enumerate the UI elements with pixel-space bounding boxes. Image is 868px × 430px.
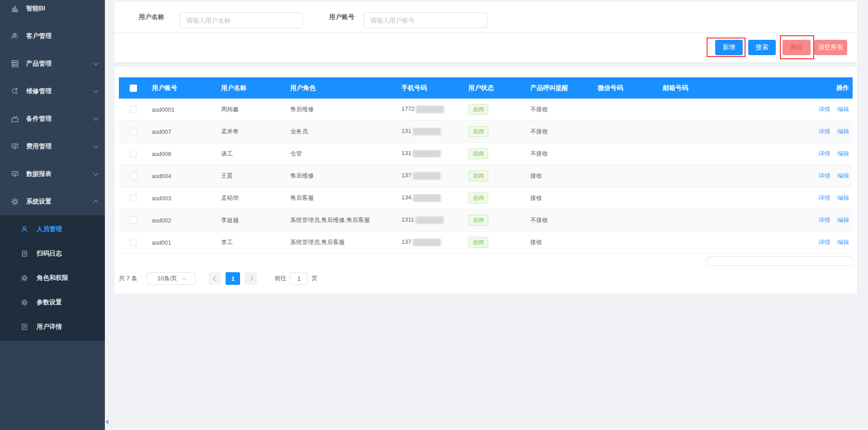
sidebar-subitem-label: 角色和权限 — [37, 274, 68, 282]
row-checkbox[interactable] — [130, 239, 137, 246]
delete-button[interactable]: 删除 — [783, 40, 811, 55]
sidebar-subitem[interactable]: 扫码日志 — [0, 241, 105, 266]
cell-name: 谈工 — [217, 150, 286, 158]
chevron-icon — [93, 88, 98, 93]
sidebar-item[interactable]: 客户管理 — [0, 22, 105, 50]
cell-name: 李超越 — [217, 216, 286, 224]
status-badge: 启用 — [468, 126, 488, 137]
cell-name: 王晨 — [217, 172, 286, 180]
detail-link[interactable]: 详情 — [818, 194, 830, 201]
search-button[interactable]: 搜索 — [748, 40, 776, 55]
row-checkbox[interactable] — [130, 217, 137, 224]
redacted-phone — [413, 172, 441, 180]
products-icon — [10, 59, 19, 68]
cell-role: 仓管 — [286, 150, 397, 158]
sidebar-subitem[interactable]: 参数设置 — [0, 290, 105, 315]
sidebar: 智能BI 客户管理 产品管理 维修管理 — [0, 0, 105, 430]
pagination: 共 7 条 10条/页 1 前往 页 — [119, 272, 317, 285]
sidebar-subitem[interactable]: 用户详情 — [0, 315, 105, 339]
cell-call-notify: 接收 — [526, 194, 593, 202]
cell-call-notify: 不接收 — [526, 216, 593, 224]
journal-icon — [20, 250, 28, 258]
scroll-left-arrow-icon[interactable] — [105, 420, 108, 424]
cell-status: 启用 — [464, 215, 526, 226]
sidebar-subitem-label: 扫码日志 — [37, 250, 62, 258]
table-row: asd007 孟米奇 业务员 131 启用 不接收 详情 编辑 — [119, 121, 853, 143]
sidebar-subitem-label: 人员管理 — [37, 225, 62, 233]
cell-role: 业务员 — [286, 128, 397, 136]
sidebar-item[interactable]: 数据报表 — [0, 160, 105, 188]
detail-link[interactable]: 详情 — [818, 239, 830, 246]
redacted-phone — [413, 238, 441, 246]
sidebar-item-label: 维修管理 — [26, 87, 52, 95]
prev-page-button[interactable] — [208, 272, 221, 285]
row-checkbox[interactable] — [130, 194, 137, 202]
cell-name: 周炜鑫 — [217, 105, 286, 113]
detail-link[interactable]: 详情 — [818, 217, 830, 223]
cell-name: 孟铅华 — [217, 194, 286, 202]
row-checkbox[interactable] — [130, 128, 137, 135]
sidebar-item-label: 费用管理 — [26, 142, 52, 151]
gear-icon — [20, 274, 28, 282]
edit-link[interactable]: 编辑 — [837, 239, 849, 246]
edit-link[interactable]: 编辑 — [837, 150, 849, 157]
clear-all-button[interactable]: 清空所有 — [814, 40, 847, 55]
sidebar-subitem[interactable]: 角色和权限 — [0, 266, 105, 290]
col-call-notify: 产品呼叫提醒 — [526, 84, 593, 92]
col-account: 用户账号 — [147, 84, 217, 92]
chevron-icon — [93, 200, 98, 205]
next-page-button[interactable] — [245, 272, 257, 285]
sidebar-item-label: 数据报表 — [26, 170, 52, 178]
sidebar-item[interactable]: 系统设置 — [0, 188, 105, 215]
select-all-checkbox[interactable] — [130, 85, 137, 92]
cell-phone: 131 — [397, 150, 464, 158]
cell-status: 启用 — [464, 237, 526, 248]
cell-call-notify: 不接收 — [526, 150, 593, 158]
sidebar-item[interactable]: 维修管理 — [0, 77, 105, 105]
sidebar-submenu: 人员管理 扫码日志 角色和权限 参数设置 用户详情 — [0, 215, 105, 341]
col-name: 用户名称 — [217, 84, 286, 92]
detail-link[interactable]: 详情 — [818, 172, 830, 179]
edit-link[interactable]: 编辑 — [837, 217, 849, 223]
user-icon — [20, 225, 28, 233]
board-icon — [10, 142, 19, 151]
row-checkbox[interactable] — [130, 150, 137, 157]
sidebar-item[interactable]: 智能BI — [0, 0, 105, 22]
sidebar-item-label: 产品管理 — [26, 60, 52, 68]
detail-link[interactable]: 详情 — [818, 128, 830, 135]
cell-call-notify: 接收 — [526, 238, 593, 246]
table-row: asd0001 周炜鑫 售后维修 1772 启用 不接收 详情 编辑 — [119, 99, 853, 121]
page-number-button[interactable]: 1 — [226, 272, 240, 285]
row-checkbox[interactable] — [130, 106, 137, 113]
sidebar-item[interactable]: 备件管理 — [0, 105, 105, 132]
redacted-phone — [416, 105, 444, 113]
redacted-phone — [413, 194, 441, 202]
sidebar-subitem[interactable]: 人员管理 — [0, 217, 105, 241]
edit-link[interactable]: 编辑 — [837, 106, 849, 113]
status-badge: 启用 — [468, 237, 488, 248]
row-checkbox[interactable] — [130, 172, 137, 180]
page-size-select[interactable]: 10条/页 — [147, 272, 196, 285]
add-button[interactable]: 新增 — [715, 40, 743, 55]
sidebar-item[interactable]: 费用管理 — [0, 132, 105, 160]
filter-panel: 用户名称 用户账号 新增 搜索 删除 清空所有 — [114, 2, 857, 62]
cell-account: asd001 — [147, 239, 217, 246]
spare-parts-icon — [10, 114, 19, 123]
edit-link[interactable]: 编辑 — [837, 194, 849, 201]
chevron-right-icon — [248, 276, 253, 281]
detail-link[interactable]: 详情 — [818, 150, 830, 157]
cell-role: 系统管理员,售后维修,售后客服 — [286, 216, 397, 224]
cell-status: 启用 — [464, 148, 526, 159]
horizontal-scrollbar-area — [105, 427, 868, 430]
detail-link[interactable]: 详情 — [818, 106, 830, 113]
user-account-input[interactable] — [363, 12, 487, 28]
edit-link[interactable]: 编辑 — [837, 172, 849, 179]
table-row: asd003 孟铅华 售后客服 134 启用 接收 详情 编辑 — [119, 187, 853, 209]
status-badge: 启用 — [468, 193, 488, 203]
cell-operations: 详情 编辑 — [804, 216, 853, 224]
edit-link[interactable]: 编辑 — [837, 128, 849, 135]
sidebar-item[interactable]: 产品管理 — [0, 50, 105, 77]
total-count: 共 7 条 — [119, 274, 137, 283]
user-name-input[interactable] — [179, 12, 303, 28]
goto-page-input[interactable] — [290, 272, 308, 285]
